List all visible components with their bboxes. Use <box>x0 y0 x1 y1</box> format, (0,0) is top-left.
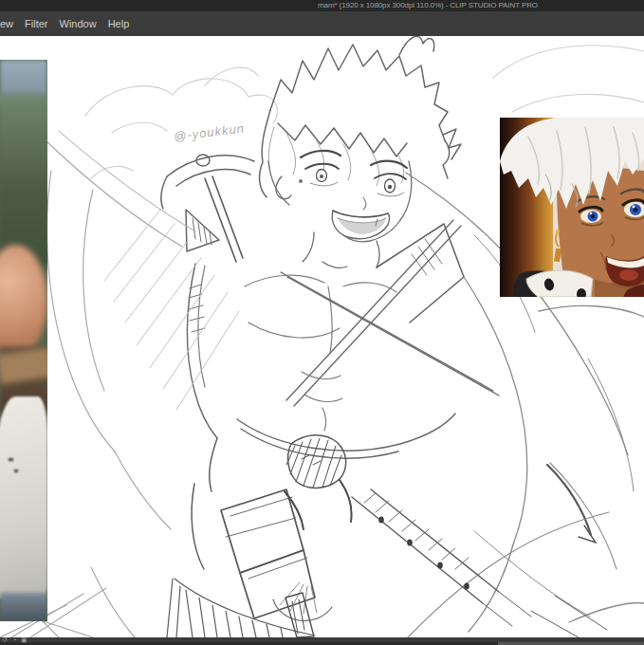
menu-item-filter[interactable]: Filter <box>25 18 47 29</box>
photo-fabric-region <box>0 396 47 599</box>
hair-strand-lines <box>268 127 404 186</box>
belt-strap-lines <box>352 489 607 637</box>
left-shoulder-lines <box>161 155 254 262</box>
window-titlebar[interactable]: mam* (1920 x 1080px 300dpi 110.0%) - CLI… <box>0 0 644 11</box>
reference-image-anime[interactable] <box>500 118 644 297</box>
menu-bar: ew Filter Window Help <box>0 11 644 36</box>
hair-lines <box>260 36 461 197</box>
menu-item-window[interactable]: Window <box>60 18 97 29</box>
canvas-area[interactable]: @-youkkun <box>0 36 644 637</box>
clip-studio-paint-window: { "window": { "title": "mam* (1920 x 108… <box>0 0 644 645</box>
pants-hatch-lines <box>167 579 315 637</box>
reference-photo-left[interactable] <box>0 60 47 621</box>
menu-item-help[interactable]: Help <box>108 18 130 29</box>
photo-bottom-region <box>0 593 47 621</box>
flip-view-icon[interactable]: ▣ <box>21 637 28 643</box>
earring-dot <box>299 179 303 183</box>
rotate-view-icon[interactable]: ↺ <box>2 637 8 643</box>
reset-view-icon[interactable]: ◔ <box>12 637 16 643</box>
arm-glove-lines <box>192 435 351 637</box>
photo-foliage-region <box>0 94 47 268</box>
window-title: mam* (1920 x 1080px 300dpi 110.0%) - CLI… <box>318 1 538 9</box>
photo-dark-mark <box>14 470 18 472</box>
right-lapel-lines <box>377 224 464 322</box>
face-lines <box>268 151 412 242</box>
menu-item-view[interactable]: ew <box>0 18 13 29</box>
status-bar: ↺ ◔ ▣ <box>0 637 644 645</box>
photo-dark-mark <box>9 458 13 461</box>
